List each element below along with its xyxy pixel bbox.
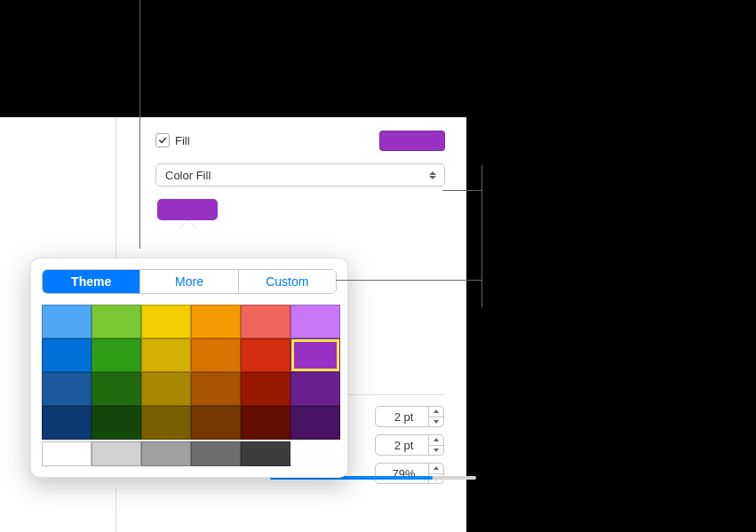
color-swatch[interactable]	[92, 338, 141, 372]
fill-type-value: Color Fill	[165, 169, 426, 182]
color-swatch[interactable]	[92, 305, 141, 338]
color-swatch[interactable]	[191, 338, 241, 372]
color-swatch[interactable]	[42, 441, 92, 466]
color-swatch[interactable]	[141, 305, 191, 338]
fill-color-well[interactable]	[157, 199, 218, 220]
stepper-buttons	[428, 407, 443, 426]
color-swatch[interactable]	[42, 305, 92, 338]
color-swatch[interactable]	[42, 338, 92, 372]
color-swatch[interactable]	[241, 406, 290, 440]
color-swatch[interactable]	[191, 406, 241, 440]
step-up-button[interactable]	[429, 407, 443, 417]
fill-type-select[interactable]: Color Fill	[155, 163, 445, 187]
swatch-row	[42, 338, 340, 372]
color-swatch[interactable]	[241, 338, 290, 372]
opacity-stepper[interactable]: 79%	[375, 463, 444, 484]
tab-theme[interactable]: Theme	[43, 270, 139, 293]
tab-custom[interactable]: Custom	[238, 270, 336, 293]
fill-checkbox[interactable]	[155, 133, 170, 147]
callout-line	[336, 280, 482, 281]
fill-color-swatch-preview[interactable]	[379, 131, 445, 151]
swatch-row	[42, 372, 340, 406]
stepper-value: 2 pt	[376, 439, 428, 452]
color-swatch[interactable]	[290, 338, 340, 372]
color-swatch[interactable]	[141, 406, 191, 440]
stepper-value: 2 pt	[376, 410, 428, 424]
color-swatch[interactable]	[191, 441, 241, 466]
color-swatch[interactable]	[92, 406, 141, 440]
callout-line	[139, 0, 140, 249]
step-up-button[interactable]	[429, 464, 443, 473]
tab-more[interactable]: More	[139, 270, 237, 293]
color-swatch[interactable]	[290, 406, 340, 440]
swatch-row	[42, 305, 340, 338]
color-swatch[interactable]	[42, 372, 92, 406]
color-swatch[interactable]	[241, 372, 290, 406]
swatch-row	[42, 406, 340, 440]
fill-label: Fill	[175, 134, 190, 147]
stroke-width-stepper-2[interactable]: 2 pt	[375, 434, 444, 456]
color-swatch[interactable]	[141, 441, 191, 466]
step-up-button[interactable]	[429, 435, 443, 445]
callout-line	[481, 165, 482, 307]
fill-header-row: Fill	[155, 128, 445, 153]
color-swatch-grid	[42, 305, 340, 466]
inspector-viewport: Fill Color Fill 2 pt	[0, 117, 466, 532]
color-swatch[interactable]	[290, 372, 340, 406]
color-swatch[interactable]	[290, 305, 340, 338]
color-swatch[interactable]	[42, 406, 92, 440]
color-swatch[interactable]	[241, 305, 290, 338]
color-swatch[interactable]	[241, 441, 290, 466]
color-swatch[interactable]	[92, 441, 141, 466]
callout-line	[442, 190, 482, 191]
stepper-buttons	[428, 435, 443, 455]
color-swatch[interactable]	[191, 372, 241, 406]
step-down-button[interactable]	[429, 445, 443, 456]
step-down-button[interactable]	[429, 417, 443, 427]
color-picker-popover: Theme More Custom	[30, 258, 348, 478]
checkmark-icon	[158, 136, 167, 145]
color-swatch[interactable]	[92, 372, 141, 406]
stroke-width-stepper-1[interactable]: 2 pt	[375, 406, 444, 427]
stepper-buttons	[428, 464, 443, 483]
chevron-up-down-icon	[426, 171, 439, 179]
color-swatch[interactable]	[141, 338, 191, 372]
color-swatch[interactable]	[191, 305, 241, 338]
swatch-row	[42, 441, 340, 466]
color-swatch[interactable]	[141, 372, 191, 406]
fill-section: Fill Color Fill	[116, 117, 466, 220]
color-source-segmented-control: Theme More Custom	[42, 269, 337, 294]
